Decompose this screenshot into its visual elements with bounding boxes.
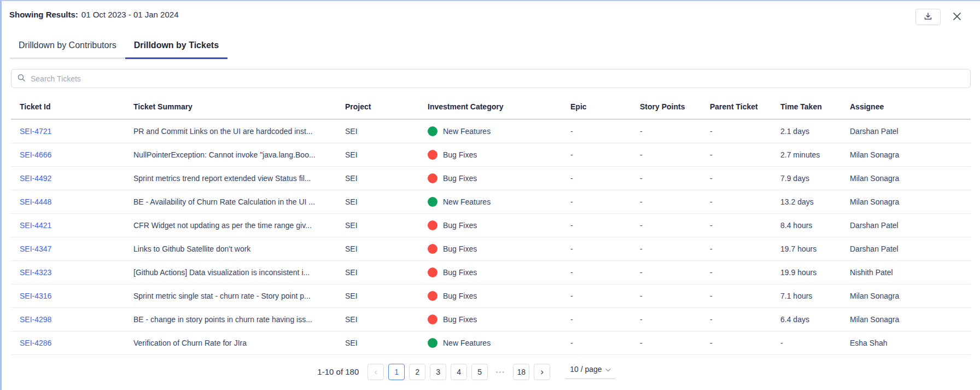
category-label: New Features: [443, 339, 491, 347]
investment-category-cell: Bug Fixes: [428, 315, 566, 324]
parent-ticket-cell: -: [710, 260, 780, 284]
page-size-selector[interactable]: 10 / page: [565, 365, 615, 379]
ticket-summary-cell: Links to Github Satellite don't work: [133, 237, 345, 260]
time-taken-cell: 7.1 hours: [780, 284, 850, 307]
chevron-down-icon: [605, 365, 611, 374]
parent-ticket-cell: -: [710, 237, 780, 260]
investment-category-cell: Bug Fixes: [428, 291, 566, 301]
download-icon: [924, 12, 932, 22]
project-cell: SEI: [345, 166, 428, 190]
chevron-right-icon: ›: [541, 368, 544, 376]
column-header-time-taken: Time Taken: [780, 88, 850, 119]
story-points-cell: -: [640, 307, 710, 331]
column-header-epic: Epic: [570, 88, 640, 119]
table-body: SEI-4721 PR and Commit Links on the UI a…: [11, 119, 971, 354]
time-taken-cell: 6.4 days: [780, 307, 850, 331]
ticket-summary-cell: Sprint metrics trend report extended vie…: [133, 166, 345, 190]
search-input[interactable]: [31, 74, 965, 83]
parent-ticket-cell: -: [710, 331, 780, 354]
ticket-id-link[interactable]: SEI-4323: [20, 268, 51, 277]
category-label: New Features: [443, 197, 491, 206]
assignee-cell: Milan Sonagra: [850, 143, 971, 166]
table-header-row: Ticket Id Ticket Summary Project Investm…: [11, 88, 971, 119]
time-taken-cell: 13.2 days: [780, 190, 850, 213]
pagination-page-2[interactable]: 2: [409, 364, 425, 380]
ticket-id-link[interactable]: SEI-4347: [20, 245, 51, 253]
ticket-id-link[interactable]: SEI-4316: [20, 292, 51, 300]
table-row: SEI-4421 CFR Widget not updating as per …: [11, 213, 971, 237]
ticket-id-link[interactable]: SEI-4298: [20, 315, 51, 324]
content-area: Ticket Id Ticket Summary Project Investm…: [2, 69, 980, 380]
assignee-cell: Esha Shah: [850, 331, 971, 354]
pagination-page-1[interactable]: 1: [388, 364, 405, 380]
project-cell: SEI: [345, 190, 428, 213]
ticket-id-link[interactable]: SEI-4721: [20, 127, 51, 136]
project-cell: SEI: [345, 119, 428, 143]
investment-category-cell: Bug Fixes: [428, 220, 566, 230]
pagination-page-5[interactable]: 5: [471, 364, 488, 380]
project-cell: SEI: [345, 307, 428, 331]
pagination-next-button[interactable]: ›: [534, 364, 550, 380]
category-dot-icon: [428, 126, 438, 136]
tickets-table: Ticket Id Ticket Summary Project Investm…: [11, 88, 971, 355]
project-cell: SEI: [345, 331, 428, 354]
table-row: SEI-4347 Links to Github Satellite don't…: [11, 237, 971, 260]
ticket-summary-cell: PR and Commit Links on the UI are hardco…: [133, 119, 345, 143]
assignee-cell: Darshan Patel: [850, 119, 971, 143]
search-box[interactable]: [11, 69, 971, 88]
assignee-cell: Milan Sonagra: [850, 284, 971, 307]
category-label: Bug Fixes: [443, 221, 477, 230]
investment-category-cell: Bug Fixes: [428, 267, 566, 277]
time-taken-cell: -: [780, 331, 850, 354]
category-dot-icon: [428, 197, 438, 207]
chevron-left-icon: ‹: [375, 368, 377, 376]
download-button[interactable]: [915, 9, 941, 25]
category-label: Bug Fixes: [443, 268, 477, 277]
ticket-id-link[interactable]: SEI-4421: [20, 221, 51, 230]
story-points-cell: -: [640, 331, 710, 354]
project-cell: SEI: [345, 143, 428, 166]
ticket-id-link[interactable]: SEI-4666: [20, 150, 51, 159]
category-label: Bug Fixes: [443, 245, 477, 253]
ticket-id-link[interactable]: SEI-4448: [20, 197, 51, 206]
pagination-page-3[interactable]: 3: [430, 364, 446, 380]
ticket-summary-cell: Sprint metric single stat - churn rate -…: [133, 284, 345, 307]
parent-ticket-cell: -: [710, 166, 780, 190]
ticket-summary-cell: NullPointerException: Cannot invoke "jav…: [133, 143, 345, 166]
category-dot-icon: [428, 267, 438, 277]
tab-drilldown-by-tickets[interactable]: Drilldown by Tickets: [125, 40, 228, 59]
ticket-id-link[interactable]: SEI-4492: [20, 174, 51, 183]
column-header-ticket-id: Ticket Id: [11, 88, 133, 119]
epic-cell: -: [570, 331, 640, 354]
parent-ticket-cell: -: [710, 213, 780, 237]
investment-category-cell: Bug Fixes: [428, 173, 566, 183]
ticket-id-link[interactable]: SEI-4286: [20, 339, 51, 347]
project-cell: SEI: [345, 260, 428, 284]
tab-drilldown-by-contributors[interactable]: Drilldown by Contributors: [10, 40, 125, 59]
investment-category-cell: Bug Fixes: [428, 244, 566, 254]
search-icon: [17, 73, 31, 84]
category-dot-icon: [428, 150, 438, 160]
date-range: 01 Oct 2023 - 01 Jan 2024: [81, 10, 179, 19]
ticket-summary-cell: BE - Availability of Churn Rate Calculat…: [133, 190, 345, 213]
epic-cell: -: [570, 307, 640, 331]
close-button[interactable]: [950, 10, 964, 24]
assignee-cell: Milan Sonagra: [850, 307, 971, 331]
pagination-page-last[interactable]: 18: [513, 364, 529, 380]
story-points-cell: -: [640, 119, 710, 143]
category-dot-icon: [428, 220, 438, 230]
table-row: SEI-4286 Verification of Churn Rate for …: [11, 331, 971, 354]
pagination-prev-button[interactable]: ‹: [368, 364, 384, 380]
tab-bar: Drilldown by Contributors Drilldown by T…: [2, 40, 980, 59]
close-icon: [952, 11, 962, 24]
pagination-ellipsis[interactable]: •••: [492, 364, 509, 380]
pagination-page-4[interactable]: 4: [451, 364, 467, 380]
investment-category-cell: New Features: [428, 338, 566, 348]
category-dot-icon: [428, 315, 438, 324]
epic-cell: -: [570, 237, 640, 260]
table-row: SEI-4721 PR and Commit Links on the UI a…: [11, 119, 971, 143]
epic-cell: -: [570, 284, 640, 307]
project-cell: SEI: [345, 284, 428, 307]
epic-cell: -: [570, 260, 640, 284]
parent-ticket-cell: -: [710, 284, 780, 307]
